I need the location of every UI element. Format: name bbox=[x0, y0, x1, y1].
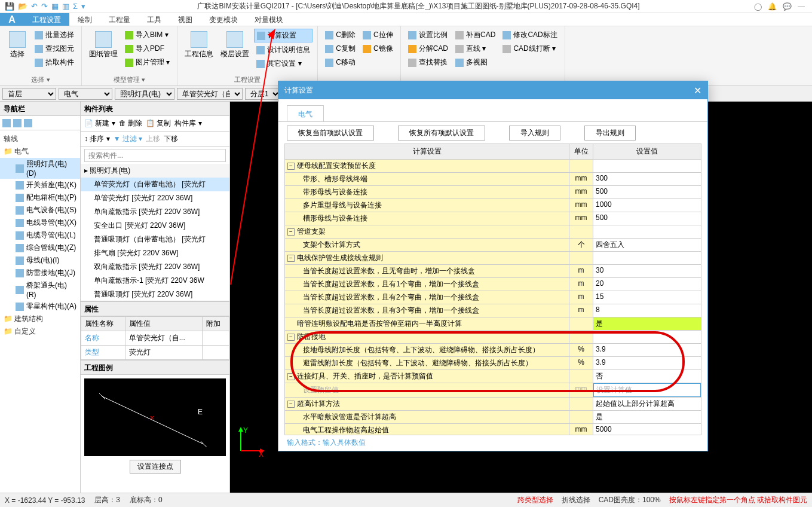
select-button[interactable]: 选择 bbox=[5, 29, 30, 62]
table-row[interactable]: −连接灯具、开关、插座时，是否计算预留值否 bbox=[285, 370, 701, 383]
comp-item[interactable]: 排气扇 [荧光灯 220V 36W] bbox=[81, 246, 229, 260]
restore-all-button[interactable]: 恢复所有项默认设置 bbox=[398, 126, 485, 141]
tree-item-tray[interactable]: 桥架通头(电)(R) bbox=[0, 279, 80, 300]
c-copy-button[interactable]: C复制 bbox=[323, 42, 358, 55]
comp-item[interactable]: 单管荧光灯（自带蓄电池） [荧光灯 bbox=[81, 178, 229, 191]
tree-struct[interactable]: 📁 建筑结构 bbox=[0, 313, 80, 325]
c-delete-button[interactable]: C删除 bbox=[323, 29, 358, 41]
floor-settings-button[interactable]: 楼层设置 bbox=[218, 29, 252, 62]
subfloor-select[interactable]: 分层1 bbox=[245, 88, 281, 100]
tree-item-equip[interactable]: 电气设备(电)(S) bbox=[0, 204, 80, 216]
sort-button[interactable]: ↕ 排序 ▾ bbox=[84, 134, 110, 144]
user-icon[interactable]: ◯ bbox=[754, 2, 762, 11]
multiview-button[interactable]: 多视图 bbox=[453, 56, 498, 69]
bell-icon[interactable]: 🔔 bbox=[768, 2, 777, 11]
table-row[interactable]: 支架个数计算方式个四舍五入 bbox=[285, 239, 701, 252]
comp-item[interactable]: 安全出口 [荧光灯 220V 36W] bbox=[81, 219, 229, 233]
import-pdf-button[interactable]: 导入PDF bbox=[122, 42, 172, 55]
search-input[interactable] bbox=[84, 149, 226, 162]
table-row[interactable]: 带形母线与设备连接mm500 bbox=[285, 186, 701, 199]
tab-electric[interactable]: 电气 bbox=[287, 105, 324, 121]
tree-item-lightning[interactable]: 防雷接地(电)(J) bbox=[0, 267, 80, 279]
tree-item-panel[interactable]: 配电箱柜(电)(P) bbox=[0, 191, 80, 204]
qat-icon[interactable]: ▦ bbox=[51, 2, 59, 11]
modify-cad-button[interactable]: 修改CAD标注 bbox=[500, 29, 559, 41]
group-label-model[interactable]: 模型管理 ▾ bbox=[82, 75, 177, 84]
find-replace-button[interactable]: 查找替换 bbox=[406, 56, 451, 69]
type-select[interactable]: 单管荧光灯（自 bbox=[177, 88, 243, 100]
export-rules-button[interactable]: 导出规则 bbox=[584, 126, 636, 141]
import-bim-button[interactable]: 导入BIM ▾ bbox=[122, 29, 172, 41]
group-label-select[interactable]: 选择 ▾ bbox=[0, 75, 81, 84]
discipline-select[interactable]: 电气 bbox=[59, 88, 112, 100]
table-row[interactable]: 多片重型母线与设备连接mm1000 bbox=[285, 199, 701, 212]
table-row[interactable]: −防雷接地 bbox=[285, 331, 701, 344]
table-row[interactable]: 槽形母线与设备连接mm500 bbox=[285, 212, 701, 225]
comp-item[interactable]: 单向疏散指示 [荧光灯 220V 36W] bbox=[81, 205, 229, 219]
nav-tool-icon[interactable] bbox=[2, 119, 11, 127]
project-info-button[interactable]: 工程信息 bbox=[182, 29, 216, 62]
category-select[interactable]: 照明灯具(电) bbox=[115, 88, 174, 100]
table-row[interactable]: −超高计算方法起始值以上部分计算超高 bbox=[285, 398, 701, 411]
filter-button[interactable]: ▼ 过滤 ▾ bbox=[114, 134, 143, 144]
table-row[interactable]: 暗管连明敷设配电箱是否按管伸至箱内一半高度计算是 bbox=[285, 317, 701, 331]
tree-electric[interactable]: 📁 电气 bbox=[0, 145, 80, 158]
up-button[interactable]: 上移 bbox=[146, 134, 160, 144]
decompose-cad-button[interactable]: 分解CAD bbox=[406, 42, 451, 55]
down-button[interactable]: 下移 bbox=[164, 134, 178, 144]
comp-item[interactable]: 普通吸顶灯 [荧光灯 220V 36W] bbox=[81, 288, 229, 301]
dialog-titlebar[interactable]: 计算设置 ✕ bbox=[278, 81, 707, 99]
tree-item-busbar[interactable]: 母线(电)(I) bbox=[0, 254, 80, 267]
nav-tool-icon[interactable] bbox=[24, 119, 32, 127]
table-row[interactable]: 当管长度超过设置米数，且无弯曲时，增加一个接线盒m30 bbox=[285, 265, 701, 278]
restore-current-button[interactable]: 恢复当前项默认设置 bbox=[287, 126, 374, 141]
tab-draw[interactable]: 绘制 bbox=[69, 13, 100, 26]
drawing-manager-button[interactable]: 图纸管理 bbox=[87, 29, 120, 62]
tree-item-switch[interactable]: 开关插座(电)(K) bbox=[0, 179, 80, 191]
tree-custom[interactable]: 📁 自定义 bbox=[0, 325, 80, 338]
tab-project-settings[interactable]: 工程设置 bbox=[24, 13, 69, 26]
qat-icon[interactable]: ▥ bbox=[62, 2, 69, 11]
tab-compare[interactable]: 对量模块 bbox=[246, 13, 292, 26]
set-scale-button[interactable]: 设置比例 bbox=[406, 29, 451, 41]
nav-tool-icon[interactable] bbox=[13, 119, 22, 127]
image-manager-button[interactable]: 图片管理 ▾ bbox=[122, 56, 172, 69]
table-row[interactable]: 接地母线附加长度（包括转弯、上下波动、避绕障碍物、搭接头所占长度）%3.9 bbox=[285, 344, 701, 357]
qat-undo-icon[interactable]: ↶ bbox=[31, 2, 38, 11]
comp-item[interactable]: 单管荧光灯 [荧光灯 220V 36W] bbox=[81, 191, 229, 205]
table-row[interactable]: 当管长度超过设置米数，且有1个弯曲，增加一个接线盒m20 bbox=[285, 278, 701, 291]
tree-item-cable[interactable]: 电缆导管(电)(L) bbox=[0, 229, 80, 242]
tree-item-lighting[interactable]: 照明灯具(电)(D) bbox=[0, 158, 80, 179]
chat-icon[interactable]: 💬 bbox=[783, 2, 792, 11]
floor-select[interactable]: 首层 bbox=[2, 88, 56, 100]
tab-tools[interactable]: 工具 bbox=[139, 13, 170, 26]
tab-quantity[interactable]: 工程量 bbox=[100, 13, 139, 26]
tree-item-misc[interactable]: 零星构件(电)(A) bbox=[0, 300, 80, 313]
comp-item[interactable]: 普通吸顶灯（自带蓄电池） [荧光灯 bbox=[81, 233, 229, 246]
design-info-button[interactable]: 设计说明信息 bbox=[254, 44, 312, 56]
table-row[interactable]: 水平暗敷设管道是否计算超高是 bbox=[285, 411, 701, 424]
set-connection-button[interactable]: 设置连接点 bbox=[130, 460, 181, 474]
tree-axis[interactable]: 轴线 bbox=[0, 133, 80, 145]
copy-button[interactable]: 📋 复制 bbox=[146, 118, 171, 129]
patch-cad-button[interactable]: 补画CAD bbox=[453, 29, 498, 41]
table-row[interactable]: 带形、槽形母线终端mm300 bbox=[285, 173, 701, 186]
close-icon[interactable]: ✕ bbox=[694, 85, 701, 96]
library-button[interactable]: 构件库 ▾ bbox=[174, 118, 201, 129]
qat-sum-icon[interactable]: Σ bbox=[73, 2, 78, 11]
batch-select-button[interactable]: 批量选择 bbox=[32, 29, 76, 41]
tab-change[interactable]: 变更模块 bbox=[201, 13, 246, 26]
c-mirror-button[interactable]: C镜像 bbox=[360, 42, 396, 55]
cad-break-button[interactable]: CAD线打断 ▾ bbox=[500, 42, 559, 55]
table-row[interactable]: −硬母线配置安装预留长度 bbox=[285, 160, 701, 173]
minimize-icon[interactable]: — bbox=[798, 2, 805, 11]
comp-item[interactable]: 单向疏散指示-1 [荧光灯 220V 36W bbox=[81, 274, 229, 288]
other-settings-button[interactable]: 其它设置 ▾ bbox=[254, 57, 312, 70]
calc-settings-button[interactable]: 计算设置 bbox=[254, 29, 312, 42]
line-button[interactable]: 直线 ▾ bbox=[453, 42, 498, 55]
comp-list-header[interactable]: ▸ 照明灯具(电) bbox=[81, 164, 229, 178]
table-row[interactable]: 电气工程操作物超高起始值mm5000 bbox=[285, 424, 701, 435]
c-stretch-button[interactable]: C拉伸 bbox=[360, 29, 396, 41]
table-row[interactable]: 当管长度超过设置米数，且有3个弯曲，增加一个接线盒m8 bbox=[285, 304, 701, 317]
find-element-button[interactable]: 查找图元 bbox=[32, 42, 76, 55]
